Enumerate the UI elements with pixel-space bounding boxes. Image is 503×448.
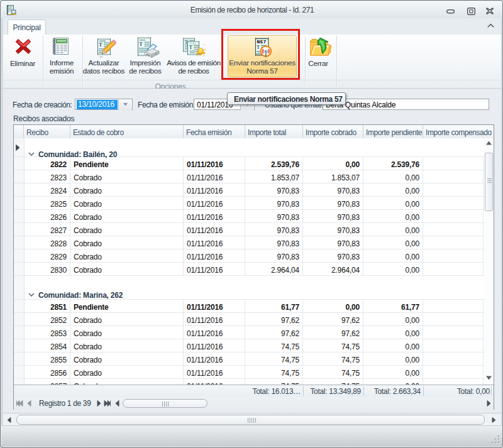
svg-text:T: T: [99, 41, 102, 48]
svg-text:T: T: [139, 41, 143, 47]
svg-text:T: T: [189, 44, 193, 50]
